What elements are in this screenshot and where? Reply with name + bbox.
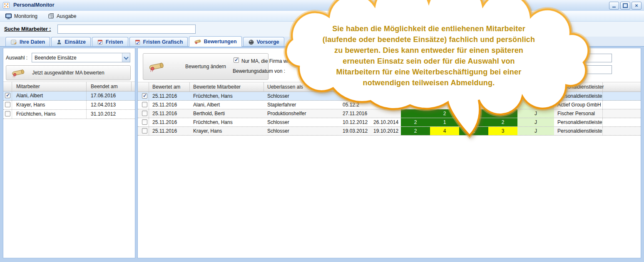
- close-button[interactable]: ✕: [632, 2, 642, 10]
- filter-checkbox[interactable]: [234, 57, 239, 64]
- column-header[interactable]: [459, 82, 488, 91]
- auswahl-label: Auswahl :: [6, 55, 27, 61]
- row-checkbox[interactable]: [142, 119, 147, 125]
- monitor-icon: [5, 13, 12, 20]
- tab-ihre-daten[interactable]: Ihre Daten: [5, 37, 50, 47]
- content-area: Auswahl : Beendete Einsätze Jetzt ausgew…: [0, 47, 644, 262]
- window-controls: ✕: [609, 2, 642, 10]
- column-header[interactable]: [430, 82, 459, 91]
- table-header: Bewertet amBewertete MitarbeiterUeberlas…: [138, 82, 641, 92]
- checkbox-cell: [139, 92, 149, 100]
- table-row[interactable]: 25.11.2016Früchtchen, HansSchlosser10.12…: [138, 118, 641, 127]
- column-header[interactable]: [603, 82, 641, 91]
- table-row[interactable]: 25.11.2016Früchtchen, HansSchlosser0JPer…: [138, 92, 641, 101]
- rating-cell: [401, 109, 430, 118]
- cell-wieder-einstellen: J: [517, 109, 554, 118]
- cell-ueberlassen-bis: 19.10.2012: [371, 127, 401, 135]
- column-header[interactable]: [371, 82, 401, 91]
- row-checkbox[interactable]: [142, 93, 147, 99]
- row-checkbox[interactable]: [142, 128, 147, 133]
- column-header[interactable]: Personaldienstleister: [554, 82, 603, 91]
- cell-personaldienstleister: Personaldienstleister: [554, 127, 603, 135]
- rating-cell: 2: [459, 127, 488, 135]
- row-checkbox[interactable]: [5, 102, 10, 107]
- toolbar-item-ausgabe[interactable]: Ausgabe: [46, 12, 78, 20]
- table-row[interactable]: Krayer, Hans12.04.2013: [3, 101, 135, 110]
- row-checkbox[interactable]: [142, 111, 147, 116]
- bewertungsdatum-label: Bewertungsdatum von :: [233, 68, 285, 74]
- column-header[interactable]: [3, 82, 12, 91]
- row-checkbox[interactable]: [5, 111, 10, 116]
- table-row[interactable]: 25.11.2016Berthold, BertiProduktionshelf…: [138, 109, 641, 118]
- tab-einsaetze[interactable]: Einsätze: [51, 37, 91, 47]
- column-header[interactable]: [401, 82, 430, 91]
- column-header[interactable]: Bewertet am: [149, 82, 190, 91]
- cell-ueberlassen-als: Staplerfahrer: [264, 101, 338, 109]
- auswahl-dropdown[interactable]: Beendete Einsätze: [32, 53, 130, 62]
- tab-label: Vorsorge: [257, 39, 279, 45]
- table-row[interactable]: Früchtchen, Hans31.10.2012: [3, 110, 135, 119]
- printer-icon: [47, 13, 55, 20]
- cell-personaldienstleister: Personaldienstleister: [554, 118, 603, 126]
- search-input[interactable]: [57, 25, 196, 34]
- checkbox-cell: [139, 101, 149, 109]
- column-header[interactable]: Bewertete Mitarbeiter: [190, 82, 264, 91]
- cell-ueberlassen-bis: [371, 92, 401, 100]
- maximize-button[interactable]: [620, 2, 630, 10]
- tab-vorsorge[interactable]: Vorsorge: [243, 37, 284, 47]
- dropdown-value: Beendete Einsätze: [35, 55, 77, 61]
- cell-bewertet-am: 25.11.2016: [149, 127, 190, 135]
- column-header[interactable]: [488, 82, 517, 91]
- rating-cell: 1: [430, 118, 459, 126]
- cell-bewertete-mitarbeiter: Alani, Albert: [190, 101, 264, 109]
- tab-band: Ihre Daten Einsätze Fristen: [0, 37, 644, 47]
- row-checkbox[interactable]: [5, 93, 10, 98]
- right-panel: Bewertung ändern Nur MA, die Firma wie B…: [137, 48, 641, 258]
- cell-personaldienstleister: Actief Group GmbH: [554, 101, 603, 109]
- column-header[interactable]: [132, 82, 135, 91]
- column-header[interactable]: Mitarbeiter: [12, 82, 87, 91]
- filter-label: Nur MA, die Firma wie: [241, 58, 291, 64]
- bewertung-aendern-button[interactable]: Bewertung ändern: [143, 53, 269, 80]
- cell-ueberlassen-von: 27.11.2016: [338, 109, 371, 118]
- cell-bewertete-mitarbeiter: Früchtchen, Hans: [190, 118, 264, 126]
- tab-fristen-grafisch[interactable]: Fristen Grafisch: [129, 37, 188, 47]
- person-icon: [56, 39, 62, 45]
- cell-wieder-einstellen: J: [517, 92, 554, 100]
- rating-cell: [430, 101, 459, 109]
- jetzt-bewerten-button[interactable]: Jetzt ausgewählter MA bewerten: [6, 65, 131, 80]
- cell-wieder-einstellen: J: [517, 118, 554, 126]
- bewertungen-table: Bewertet amBewertete MitarbeiterUeberlas…: [138, 82, 641, 258]
- rating-cell: 2: [430, 109, 459, 118]
- column-header[interactable]: Beendet am: [87, 82, 132, 91]
- application-window: PersonalMonitor ✕ Monitoring Ausg: [0, 0, 644, 262]
- table-row[interactable]: 25.11.2016Krayer, HansSchlosser19.03.201…: [138, 127, 641, 136]
- column-header[interactable]: Ueberlassen als: [264, 82, 338, 91]
- rating-cell: 2: [401, 127, 430, 135]
- column-header[interactable]: [139, 82, 149, 91]
- calendar-check-icon: [97, 39, 103, 45]
- checkbox-cell: [139, 109, 149, 118]
- tab-label: Fristen Grafisch: [143, 39, 183, 45]
- column-header[interactable]: [517, 82, 554, 91]
- cell-ueberlassen-von: 0: [338, 92, 371, 100]
- tab-bewertungen[interactable]: Bewertungen: [189, 36, 241, 47]
- scroll-icon: [194, 39, 201, 44]
- cell-bewertet-am: 25.11.2016: [149, 92, 190, 100]
- date-from-input[interactable]: [580, 54, 612, 62]
- cell-wieder-einstellen: J: [517, 127, 554, 135]
- row-checkbox[interactable]: [142, 102, 147, 107]
- table-row[interactable]: Alani, Albert17.06.2016: [3, 91, 135, 101]
- date-to-input[interactable]: [580, 65, 612, 74]
- tab-fristen[interactable]: Fristen: [92, 37, 128, 47]
- toolbar-item-monitoring[interactable]: Monitoring: [3, 12, 39, 20]
- minimize-button[interactable]: [609, 2, 619, 10]
- chevron-down-icon[interactable]: [122, 53, 130, 62]
- column-header[interactable]: [338, 82, 371, 91]
- table-body: Alani, Albert17.06.2016Krayer, Hans12.04…: [3, 91, 135, 119]
- title-bar: PersonalMonitor ✕: [0, 0, 644, 11]
- table-row[interactable]: 25.11.2016Alani, AlbertStaplerfahrer05.1…: [138, 101, 641, 109]
- cell-beendet-am: 17.06.2016: [87, 91, 132, 100]
- form-icon: [10, 39, 17, 45]
- rating-cell: 2: [488, 118, 517, 126]
